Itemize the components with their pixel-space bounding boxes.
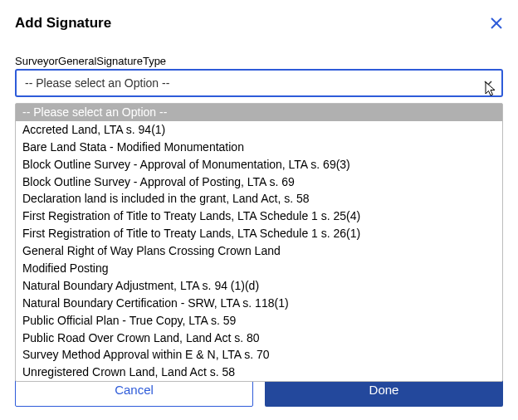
chevron-down-icon	[483, 78, 493, 88]
select-current-value: -- Please select an Option --	[25, 76, 169, 90]
close-icon[interactable]	[490, 17, 503, 30]
dialog-header: Add Signature	[15, 15, 503, 32]
dropdown-option[interactable]: Modified Posting	[16, 260, 502, 277]
dropdown-option[interactable]: Public Official Plan - True Copy, LTA s.…	[16, 312, 502, 330]
dropdown-option[interactable]: Block Outline Survey - Approval of Monum…	[16, 156, 502, 173]
dropdown-option[interactable]: First Registration of Title to Treaty La…	[16, 225, 502, 242]
dropdown-option[interactable]: Natural Boundary Certification - SRW, LT…	[16, 295, 502, 312]
dropdown-option[interactable]: Accreted Land, LTA s. 94(1)	[16, 121, 502, 139]
dropdown-option[interactable]: General Right of Way Plans Crossing Crow…	[16, 242, 502, 260]
chevron-wrap	[483, 78, 493, 88]
dropdown-option[interactable]: Natural Boundary Adjustment, LTA s. 94 (…	[16, 277, 502, 295]
signature-type-dropdown[interactable]: -- Please select an Option --Accreted La…	[15, 103, 503, 382]
signature-type-select[interactable]: -- Please select an Option --	[15, 69, 503, 97]
dropdown-option[interactable]: Public Road Over Crown Land, Land Act s.…	[16, 330, 502, 347]
dropdown-option[interactable]: -- Please select an Option --	[16, 104, 502, 121]
dropdown-option[interactable]: First Registration of Title to Treaty La…	[16, 208, 502, 225]
dropdown-option[interactable]: Bare Land Stata - Modified Monumentation	[16, 139, 502, 156]
field-label: SurveyorGeneralSignatureType	[15, 55, 503, 67]
dropdown-option[interactable]: Block Outline Survey - Approval of Posti…	[16, 173, 502, 191]
dropdown-option[interactable]: Survey Method Approval within E & N, LTA…	[16, 346, 502, 364]
dropdown-option[interactable]: Unregistered Crown Land, Land Act s. 58	[16, 364, 502, 381]
dropdown-option[interactable]: Declaration land is included in the gran…	[16, 190, 502, 208]
dialog-title: Add Signature	[15, 15, 111, 32]
